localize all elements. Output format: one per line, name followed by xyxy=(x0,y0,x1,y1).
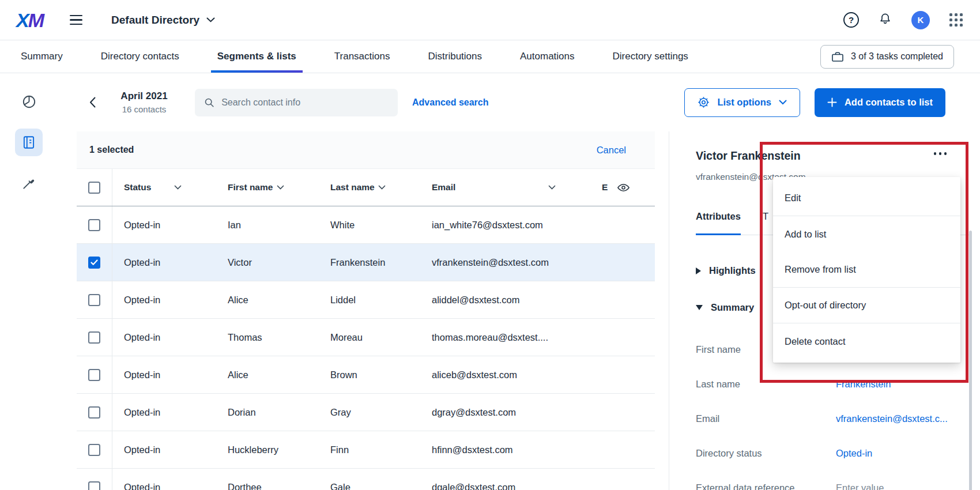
waffle-icon xyxy=(949,13,963,27)
table-row[interactable]: Opted-in Huckleberry Finn hfinn@dsxtest.… xyxy=(77,431,655,469)
contact-count: 16 contacts xyxy=(115,104,173,114)
panel-scrollbar[interactable] xyxy=(969,231,972,490)
account-button[interactable]: K xyxy=(911,11,930,29)
menu-item-edit[interactable]: Edit xyxy=(773,180,960,216)
bell-icon xyxy=(879,12,892,25)
cell-last-name: Finn xyxy=(319,431,420,468)
table-row[interactable]: Opted-in Alice Brown aliceb@dsxtest.com xyxy=(77,356,655,394)
cell-last-name: Liddel xyxy=(319,281,420,318)
topbar-actions: ? K xyxy=(843,11,963,29)
summary-section-toggle[interactable]: Summary xyxy=(696,302,754,313)
detail-tab-attributes[interactable]: Attributes xyxy=(696,211,741,235)
menu-item-add-to-list[interactable]: Add to list xyxy=(773,216,960,252)
row-checkbox[interactable] xyxy=(88,444,100,456)
chevron-down-icon[interactable] xyxy=(174,185,182,190)
add-contacts-button[interactable]: Add contacts to list xyxy=(815,88,945,117)
rail-segments-button[interactable] xyxy=(15,88,43,115)
row-checkbox[interactable] xyxy=(88,369,100,381)
row-checkbox[interactable] xyxy=(88,406,100,419)
back-button[interactable] xyxy=(84,95,100,111)
field-value[interactable]: Enter value xyxy=(836,483,971,490)
table-row[interactable]: Opted-in Alice Liddel aliddel@dsxtest.co… xyxy=(77,281,655,319)
list-title: April 2021 16 contacts xyxy=(115,91,173,114)
chevron-down-icon[interactable] xyxy=(548,185,556,190)
chevron-down-icon xyxy=(206,17,215,22)
xm-directory-page: XM Default Directory ? K SummaryDirector… xyxy=(0,0,980,490)
chevron-down-icon xyxy=(779,100,787,105)
row-checkbox[interactable] xyxy=(88,257,100,269)
cancel-selection-link[interactable]: Cancel xyxy=(597,145,626,156)
advanced-search-link[interactable]: Advanced search xyxy=(412,97,489,108)
highlights-section-toggle[interactable]: Highlights xyxy=(696,265,756,276)
help-button[interactable]: ? xyxy=(843,12,859,28)
cell-email: aliceb@dsxtest.com xyxy=(420,356,590,393)
chevron-down-icon[interactable] xyxy=(378,185,386,190)
column-header-first-name[interactable]: First name xyxy=(216,169,319,206)
cell-last-name: Frankenstein xyxy=(319,244,420,281)
column-visibility-icon[interactable] xyxy=(617,183,630,193)
hamburger-menu-button[interactable] xyxy=(67,13,85,28)
detail-tab-t[interactable]: T xyxy=(763,211,768,235)
directory-selector[interactable]: Default Directory xyxy=(111,14,215,27)
app-switcher-button[interactable] xyxy=(949,13,963,27)
menu-item-delete-contact[interactable]: Delete contact xyxy=(773,323,960,359)
table-row[interactable]: Opted-in Ian White ian_white76@dsxtest.c… xyxy=(77,206,655,244)
tab-directory-contacts[interactable]: Directory contacts xyxy=(82,40,198,73)
field-value[interactable]: vfrankenstein@dsxtest.c... xyxy=(836,413,971,424)
column-header-email[interactable]: Email xyxy=(420,169,590,206)
field-value[interactable]: Frankenstein xyxy=(836,379,971,390)
cell-first-name: Thomas xyxy=(216,319,319,356)
help-icon: ? xyxy=(843,12,859,28)
select-all-checkbox[interactable] xyxy=(88,182,100,194)
cell-email: thomas.moreau@dsxtest.... xyxy=(420,319,590,356)
selection-count: 1 selected xyxy=(89,145,134,155)
rail-tools-button[interactable] xyxy=(15,169,43,197)
cell-first-name: Alice xyxy=(216,356,319,393)
column-header-last-name[interactable]: Last name xyxy=(319,169,420,206)
summary-label: Summary xyxy=(711,302,754,313)
row-checkbox[interactable] xyxy=(88,331,100,344)
cell-last-name: Moreau xyxy=(319,319,420,356)
cell-last-name: Gray xyxy=(319,394,420,431)
menu-item-opt-out-of-directory[interactable]: Opt-out of directory xyxy=(773,288,960,323)
table-row[interactable]: Opted-in Victor Frankenstein vfrankenste… xyxy=(77,244,655,281)
xm-logo: XM xyxy=(16,10,43,30)
list-options-button[interactable]: List options xyxy=(684,88,800,117)
menu-item-remove-from-list[interactable]: Remove from list xyxy=(773,252,960,288)
logo-letter-x: X xyxy=(16,9,28,31)
cell-email: ian_white76@dsxtest.com xyxy=(420,206,590,243)
tab-transactions[interactable]: Transactions xyxy=(315,40,409,73)
tab-automations[interactable]: Automations xyxy=(501,40,594,73)
field-label: External data reference xyxy=(696,483,836,490)
cell-email: vfrankenstein@dsxtest.com xyxy=(420,244,590,281)
column-header-external[interactable]: E xyxy=(590,169,655,206)
nav-tabs: SummaryDirectory contactsSegments & list… xyxy=(2,40,707,73)
search-box xyxy=(195,89,398,116)
table-row[interactable]: Opted-in Dorthee Gale dgale@dsxtest.com xyxy=(77,469,655,490)
ellipsis-icon xyxy=(934,152,937,155)
cell-first-name: Dorian xyxy=(216,394,319,431)
tab-distributions[interactable]: Distributions xyxy=(409,40,501,73)
search-input[interactable] xyxy=(221,97,389,108)
row-checkbox[interactable] xyxy=(88,294,100,306)
row-checkbox[interactable] xyxy=(88,219,100,231)
row-checkbox[interactable] xyxy=(88,481,100,490)
chevron-down-icon[interactable] xyxy=(277,185,284,190)
cell-first-name: Huckleberry xyxy=(216,431,319,468)
rail-lists-button[interactable] xyxy=(15,129,43,156)
table-row[interactable]: Opted-in Thomas Moreau thomas.moreau@dsx… xyxy=(77,319,655,356)
tasks-completed-button[interactable]: 3 of 3 tasks completed xyxy=(820,45,954,69)
notifications-button[interactable] xyxy=(879,12,892,28)
field-value[interactable]: Opted-in xyxy=(836,448,971,459)
cell-status: Opted-in xyxy=(112,319,216,356)
tab-summary[interactable]: Summary xyxy=(2,40,82,73)
table-header: Status First name Last name Email xyxy=(77,169,655,206)
tasks-completed-label: 3 of 3 tasks completed xyxy=(851,51,943,62)
list-name: April 2021 xyxy=(115,91,173,102)
column-header-status[interactable]: Status xyxy=(112,169,216,206)
table-row[interactable]: Opted-in Dorian Gray dgray@dsxtest.com xyxy=(77,394,655,431)
column-label: Email xyxy=(432,182,455,193)
tab-segments-lists[interactable]: Segments & lists xyxy=(198,40,315,73)
more-options-button[interactable] xyxy=(933,149,948,159)
tab-directory-settings[interactable]: Directory settings xyxy=(594,40,707,73)
